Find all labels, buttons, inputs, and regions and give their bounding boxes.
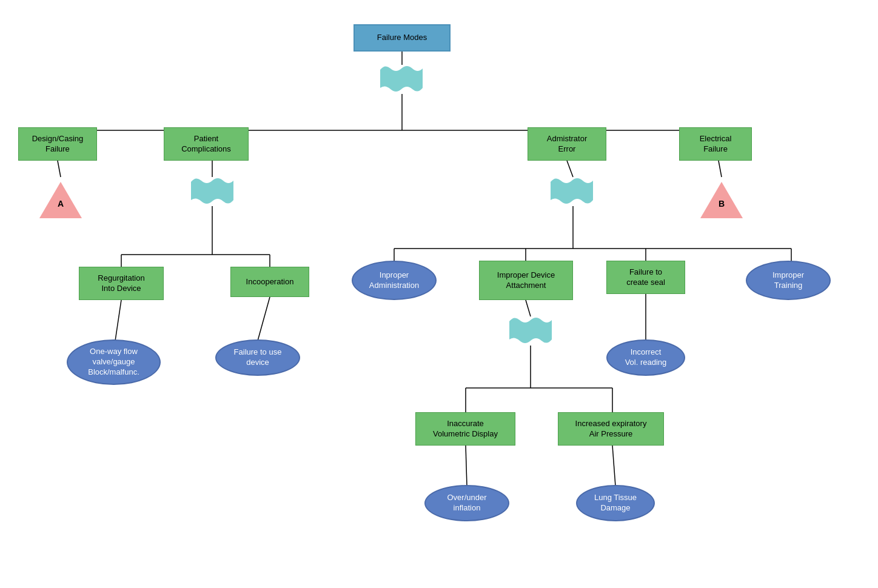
improper-training-node: ImproperTraining [746, 261, 831, 300]
design-label: Design/CasingFailure [32, 134, 84, 155]
svg-line-23 [526, 300, 531, 316]
triangle-b-label: B [719, 199, 725, 209]
wave2-node [191, 176, 233, 206]
oneway-label: One-way flowvalve/gaugeBlock/malfunc. [88, 347, 139, 378]
incoop-label: Incooperation [246, 277, 294, 287]
increased-label: Increased expiratoryAir Pressure [575, 419, 647, 439]
svg-line-30 [612, 446, 615, 486]
diagram: Failure Modes Design/CasingFailure Patie… [0, 0, 878, 588]
lung-label: Lung TissueDamage [594, 493, 637, 513]
triangle-a-node: A [39, 176, 82, 218]
improper-device-node: Improper DeviceAttachment [479, 261, 573, 300]
root-node: Failure Modes [354, 24, 451, 52]
regurg-node: RegurgitationInto Device [79, 267, 164, 300]
electrical-node: ElectricalFailure [679, 127, 752, 161]
incoop-node: Incooperation [230, 267, 309, 297]
svg-line-10 [719, 161, 722, 177]
overunder-node: Over/underinflation [424, 485, 509, 521]
design-node: Design/CasingFailure [18, 127, 97, 161]
patient-label: PatientComplications [181, 134, 231, 155]
wave1-node [380, 64, 423, 94]
fail-use-label: Failure to usedevice [234, 347, 282, 368]
increased-node: Increased expiratoryAir Pressure [558, 412, 664, 446]
svg-line-7 [58, 161, 61, 177]
lung-node: Lung TissueDamage [576, 485, 655, 521]
admin-node: AdmistratorError [528, 127, 606, 161]
inaccurate-node: InaccurateVolumetric Display [415, 412, 515, 446]
triangle-b-node: B [700, 176, 743, 218]
oneway-node: One-way flowvalve/gaugeBlock/malfunc. [67, 339, 161, 385]
failure-seal-node: Failure tocreate seal [606, 261, 685, 294]
improper-device-label: Improper DeviceAttachment [497, 270, 555, 291]
patient-node: PatientComplications [164, 127, 249, 161]
svg-line-29 [466, 446, 467, 486]
inproper-admin-label: InproperAdministration [369, 270, 419, 291]
triangle-a-label: A [58, 199, 64, 209]
inaccurate-label: InaccurateVolumetric Display [433, 419, 498, 439]
wave4-node [509, 315, 552, 346]
incorrect-vol-label: IncorrectVol. reading [625, 347, 667, 368]
electrical-label: ElectricalFailure [700, 134, 732, 155]
root-label: Failure Modes [377, 33, 427, 43]
svg-line-9 [567, 161, 573, 177]
wave3-node [551, 176, 593, 206]
inproper-admin-node: InproperAdministration [352, 261, 437, 300]
admin-label: AdmistratorError [547, 134, 587, 155]
svg-line-22 [258, 297, 270, 341]
regurg-label: RegurgitationInto Device [98, 273, 144, 294]
fail-use-node: Failure to usedevice [215, 339, 300, 376]
overunder-label: Over/underinflation [447, 493, 486, 513]
failure-seal-label: Failure tocreate seal [626, 267, 665, 288]
svg-line-21 [115, 300, 121, 341]
improper-training-label: ImproperTraining [772, 270, 804, 291]
incorrect-vol-node: IncorrectVol. reading [606, 339, 685, 376]
